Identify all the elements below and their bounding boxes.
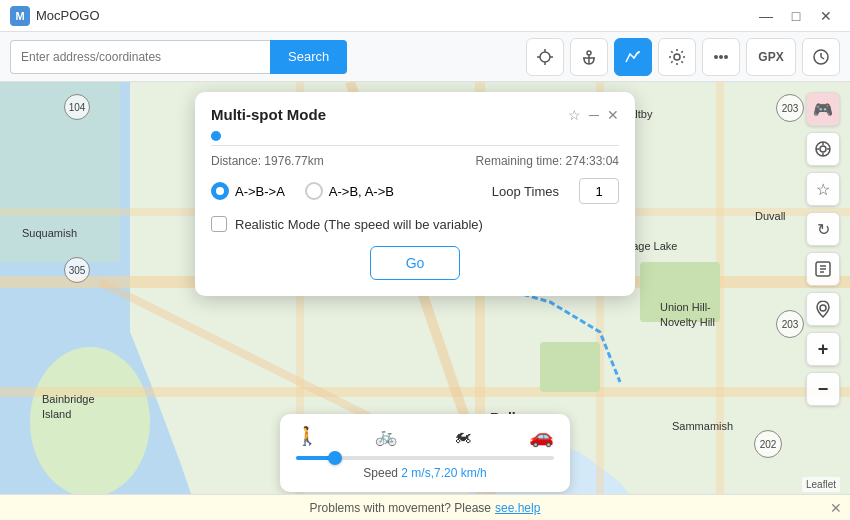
- refresh-icon[interactable]: ↻: [806, 212, 840, 246]
- multispot-modal: Multi-spot Mode ☆ ─ ✕ Distance: 1976.77k…: [195, 92, 635, 296]
- go-button[interactable]: Go: [370, 246, 460, 280]
- modal-header: Multi-spot Mode ☆ ─ ✕: [195, 92, 635, 131]
- leaflet-attribution: Leaflet: [802, 477, 840, 492]
- radio-a-b-a[interactable]: [211, 182, 229, 200]
- bottom-bar-text: Problems with movement? Please: [310, 501, 491, 515]
- modal-go-row: Go: [195, 246, 635, 296]
- radio-ab[interactable]: [305, 182, 323, 200]
- crosshair-tool-button[interactable]: [526, 38, 564, 76]
- speed-slider[interactable]: [296, 456, 554, 460]
- bottom-bar: Problems with movement? Please see.help …: [0, 494, 850, 520]
- realistic-mode-checkbox[interactable]: [211, 216, 227, 232]
- svg-point-5: [587, 51, 591, 55]
- modal-realistic-row: Realistic Mode (The speed will be variab…: [195, 216, 635, 246]
- search-button[interactable]: Search: [270, 40, 347, 74]
- dots-tool-button[interactable]: [702, 38, 740, 76]
- speed-value: 2 m/s,7.20 km/h: [401, 466, 486, 480]
- bottom-bar-link[interactable]: see.help: [495, 501, 540, 515]
- svg-point-11: [714, 55, 718, 59]
- cycling-icon[interactable]: 🚲: [375, 425, 397, 447]
- modal-title: Multi-spot Mode: [211, 106, 326, 123]
- minimize-button[interactable]: —: [752, 2, 780, 30]
- map-area[interactable]: Edmonds Shoreline Maltby Bothell Woodinv…: [0, 82, 850, 520]
- motorbike-icon[interactable]: 🏍: [454, 426, 472, 447]
- anchor-tool-button[interactable]: [570, 38, 608, 76]
- search-input[interactable]: [10, 40, 270, 74]
- zoom-out-icon[interactable]: −: [806, 372, 840, 406]
- modal-close-button[interactable]: ✕: [607, 107, 619, 123]
- svg-point-13: [724, 55, 728, 59]
- zoom-in-icon[interactable]: +: [806, 332, 840, 366]
- modal-route-dot: [211, 131, 221, 141]
- modal-distance: Distance: 1976.77km: [211, 154, 324, 168]
- modal-route-row: A->B->A A->B, A->B Loop Times: [195, 178, 635, 216]
- svg-point-12: [719, 55, 723, 59]
- star-icon[interactable]: ☆: [806, 172, 840, 206]
- app-title: MocPOGO: [36, 8, 100, 23]
- target-icon[interactable]: [806, 132, 840, 166]
- close-button[interactable]: ✕: [812, 2, 840, 30]
- svg-rect-30: [540, 342, 600, 392]
- car-icon[interactable]: 🚗: [529, 424, 554, 448]
- toolbar: Search: [0, 32, 850, 82]
- route-a-b-a-option[interactable]: A->B->A: [211, 182, 285, 200]
- modal-header-icons: ☆ ─ ✕: [568, 107, 619, 123]
- svg-rect-19: [0, 82, 120, 262]
- svg-point-41: [820, 305, 826, 311]
- titlebar: M MocPOGO — □ ✕: [0, 0, 850, 32]
- svg-point-0: [540, 52, 550, 62]
- modal-minimize-button[interactable]: ─: [589, 107, 599, 123]
- maximize-button[interactable]: □: [782, 2, 810, 30]
- speed-text: Speed: [363, 466, 401, 480]
- clock-button[interactable]: [802, 38, 840, 76]
- bottom-bar-close[interactable]: ✕: [830, 500, 842, 516]
- speed-icons-row: 🚶 🚲 🏍 🚗: [296, 424, 554, 448]
- modal-favorite-button[interactable]: ☆: [568, 107, 581, 123]
- app-logo: M: [10, 6, 30, 26]
- realistic-mode-label: Realistic Mode (The speed will be variab…: [235, 217, 483, 232]
- svg-point-32: [820, 146, 826, 152]
- book-icon[interactable]: [806, 252, 840, 286]
- toolbar-right: GPX: [526, 38, 840, 76]
- titlebar-controls: — □ ✕: [752, 2, 840, 30]
- route-ab-option[interactable]: A->B, A->B: [305, 182, 394, 200]
- right-sidebar: 🎮 ☆ ↻ +: [806, 92, 840, 406]
- loop-times-input[interactable]: [579, 178, 619, 204]
- search-container: Search: [10, 40, 347, 74]
- route-a-b-a-label: A->B->A: [235, 184, 285, 199]
- svg-rect-29: [640, 262, 720, 322]
- svg-point-18: [30, 347, 150, 497]
- gpx-button[interactable]: GPX: [746, 38, 796, 76]
- speed-label-row: Speed 2 m/s,7.20 km/h: [296, 466, 554, 480]
- loop-times-label: Loop Times: [492, 184, 559, 199]
- svg-line-16: [821, 57, 824, 59]
- route-ab-label: A->B, A->B: [329, 184, 394, 199]
- walking-icon[interactable]: 🚶: [296, 425, 318, 447]
- gear-tool-button[interactable]: [658, 38, 696, 76]
- modal-remaining: Remaining time: 274:33:04: [476, 154, 619, 168]
- location-icon[interactable]: [806, 292, 840, 326]
- modal-distance-row: Distance: 1976.77km Remaining time: 274:…: [195, 154, 635, 178]
- speed-panel: 🚶 🚲 🏍 🚗 Speed 2 m/s,7.20 km/h: [280, 414, 570, 492]
- speed-thumb[interactable]: [328, 451, 342, 465]
- speed-track: [296, 456, 554, 460]
- gamepad-icon[interactable]: 🎮: [806, 92, 840, 126]
- multispot-tool-button[interactable]: [614, 38, 652, 76]
- svg-point-10: [674, 54, 680, 60]
- titlebar-left: M MocPOGO: [10, 6, 100, 26]
- modal-divider: [211, 145, 619, 146]
